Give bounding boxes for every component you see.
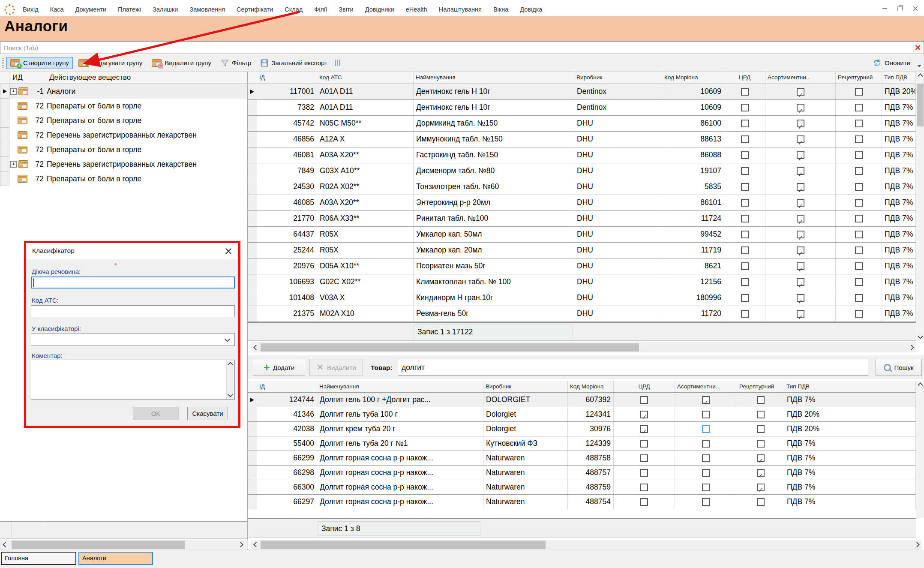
assort-checkbox[interactable] — [797, 262, 804, 270]
crd-checkbox[interactable] — [640, 396, 648, 404]
table-row[interactable]: 66299Долгит горная сосна р-р накож...Nat… — [248, 451, 916, 466]
assort-checkbox[interactable] — [702, 440, 710, 448]
col-assort[interactable]: Асортиментни... — [675, 381, 737, 392]
tree-row[interactable]: 72Перечень зарегистрированных лекарствен — [0, 128, 247, 142]
assort-checkbox[interactable] — [797, 88, 804, 96]
menu-item[interactable]: Довідники — [365, 6, 394, 13]
scroll-thumb[interactable] — [261, 343, 639, 352]
recipe-checkbox[interactable] — [757, 498, 765, 506]
scroll-down-icon[interactable] — [918, 334, 923, 339]
table-row[interactable]: 101408V03A XКиндинорм Н гран.10гDHU18099… — [248, 290, 916, 306]
table-row[interactable]: 41346Долгит гель туба 100 гDolorgiet1243… — [248, 407, 916, 422]
recipe-checkbox[interactable] — [855, 215, 863, 222]
menu-item[interactable]: Замовлення — [189, 6, 225, 13]
recipe-checkbox[interactable] — [855, 294, 863, 302]
tree-row[interactable]: 72Перечень зарегистрированных лекарствен — [0, 157, 247, 171]
ok-button[interactable]: OK — [133, 407, 179, 420]
col-manufacturer[interactable]: Виробник — [483, 381, 568, 392]
columns-icon[interactable] — [335, 60, 341, 66]
recipe-checkbox[interactable] — [855, 135, 863, 143]
recipe-checkbox[interactable] — [855, 199, 863, 207]
assort-checkbox[interactable] — [702, 484, 710, 491]
crd-checkbox[interactable] — [741, 231, 749, 238]
assort-checkbox[interactable] — [702, 454, 710, 462]
export-button[interactable]: Загальний експорт — [257, 57, 331, 69]
crd-checkbox[interactable] — [741, 278, 749, 286]
table-row[interactable]: 66298Долгит горная сосна р-р накож...Nat… — [248, 466, 916, 480]
recipe-checkbox[interactable] — [757, 440, 765, 448]
recipe-checkbox[interactable] — [757, 454, 765, 462]
create-group-button[interactable]: Створити групу — [6, 57, 73, 69]
table-row[interactable]: 46856A12A XИммунокинд табл. №150DHU88613… — [248, 132, 916, 147]
cancel-button[interactable]: Скасувати — [187, 407, 228, 420]
tree-row[interactable]: 72Препараты от боли в горле — [0, 142, 247, 157]
bottom-tab[interactable]: Аналоги — [78, 552, 153, 565]
tree-hscrollbar[interactable] — [0, 540, 248, 550]
delete-group-button[interactable]: Видалити групу — [148, 57, 215, 69]
recipe-checkbox[interactable] — [855, 151, 863, 159]
substance-input[interactable] — [31, 276, 235, 289]
recipe-checkbox[interactable] — [855, 262, 863, 270]
tree-col-substance[interactable]: Действующее вещество — [44, 72, 247, 84]
scroll-down-icon[interactable] — [228, 392, 233, 397]
col-assort[interactable]: Асортиментни... — [765, 72, 836, 84]
scroll-up-icon[interactable] — [918, 382, 923, 388]
menu-item[interactable]: Звіти — [339, 6, 353, 13]
recipe-checkbox[interactable] — [855, 104, 863, 111]
recipe-checkbox[interactable] — [757, 469, 765, 477]
assort-checkbox[interactable] — [702, 411, 710, 418]
assort-checkbox[interactable] — [702, 396, 710, 404]
recipe-checkbox[interactable] — [757, 396, 765, 404]
crd-checkbox[interactable] — [640, 411, 648, 418]
col-crd[interactable]: ЦРД — [724, 72, 765, 84]
col-vat[interactable]: Тип ПДВ — [784, 381, 916, 392]
table-row[interactable]: 66300Долгит горная сосна р-р накож...Nat… — [248, 480, 916, 495]
tree-col-id[interactable]: ИД — [9, 72, 44, 84]
col-name[interactable]: Найменування — [414, 72, 574, 84]
col-crd[interactable]: ЦРД — [614, 381, 675, 392]
clear-search-button[interactable] — [913, 43, 922, 52]
recipe-checkbox[interactable] — [855, 167, 863, 175]
assort-checkbox[interactable] — [797, 294, 804, 302]
col-recipe[interactable]: Рецептурний — [737, 381, 784, 392]
scroll-left-icon[interactable] — [3, 542, 8, 547]
tree-row[interactable]: 72Препараты от боли в горле — [0, 113, 247, 128]
scroll-up-icon[interactable] — [918, 73, 923, 79]
table-row[interactable]: 46081A03A X20**Гастрокинд табл. №150DHU8… — [248, 147, 916, 163]
crd-checkbox[interactable] — [640, 425, 648, 433]
assort-checkbox[interactable] — [797, 135, 804, 143]
menu-item[interactable]: Вікна — [493, 6, 508, 13]
crd-checkbox[interactable] — [741, 120, 749, 127]
filter-button[interactable]: Фільтр — [217, 57, 255, 69]
table-row[interactable]: 106693G02C X02**Климактоплан табл. № 100… — [248, 274, 916, 290]
table-row[interactable]: 46085A03A X20**Энтерокинд р-р 20млDHU861… — [248, 195, 916, 211]
crd-checkbox[interactable] — [741, 135, 749, 143]
bottom-vscrollbar[interactable] — [916, 381, 924, 518]
assort-checkbox[interactable] — [797, 199, 804, 207]
assort-checkbox[interactable] — [702, 498, 710, 506]
assort-checkbox[interactable] — [702, 469, 710, 477]
assort-checkbox[interactable] — [797, 278, 804, 286]
recipe-checkbox[interactable] — [855, 120, 863, 127]
crd-checkbox[interactable] — [741, 246, 749, 254]
menu-item[interactable]: Платежі — [118, 6, 141, 13]
menu-item[interactable]: Склад — [285, 6, 303, 13]
assort-checkbox[interactable] — [797, 183, 804, 191]
comment-textarea[interactable] — [31, 360, 235, 400]
crd-checkbox[interactable] — [640, 440, 648, 448]
scroll-thumb[interactable] — [12, 541, 185, 549]
table-row[interactable]: 25244R05XУмкалор кап. 20млDHU11719ПДВ 7% — [248, 243, 916, 258]
menu-item[interactable]: Документи — [75, 6, 106, 13]
recipe-checkbox[interactable] — [855, 278, 863, 286]
menu-item[interactable]: Вихід — [23, 6, 39, 13]
crd-checkbox[interactable] — [741, 215, 749, 222]
crd-checkbox[interactable] — [640, 469, 648, 477]
crd-checkbox[interactable] — [640, 454, 648, 462]
toolbar-overflow-icon[interactable] — [917, 65, 921, 67]
recipe-checkbox[interactable] — [855, 231, 863, 238]
crd-checkbox[interactable] — [741, 88, 749, 96]
menu-item[interactable]: Налаштування — [439, 6, 482, 13]
table-row[interactable]: 117001A01A D11Дентинокс гель Н 10гDentin… — [248, 84, 916, 100]
col-id[interactable]: ІД — [257, 72, 317, 84]
table-row[interactable]: 55400Долгит гель туба 20 г №1Кутновский … — [248, 436, 916, 451]
